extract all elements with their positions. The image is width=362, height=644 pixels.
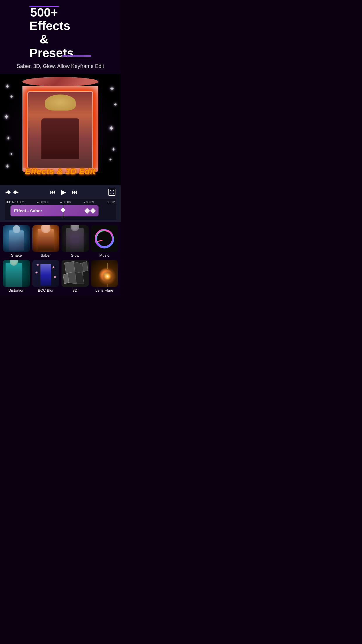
cylinder-body — [22, 86, 98, 168]
bcc-star: ★ — [53, 275, 57, 279]
effect-clip-label: Effect - Saber — [14, 208, 42, 213]
effects-grid: Shake Saber Glow — [0, 222, 121, 296]
effect-thumb-distortion — [3, 260, 30, 287]
effect-item-lens-flare[interactable]: Lens Flare — [91, 260, 118, 293]
subject-glow-effect — [27, 91, 93, 168]
3d-cylinder — [22, 77, 98, 174]
effect-thumb-shake — [3, 225, 30, 252]
star-decoration: ✦ — [109, 157, 112, 162]
subject-photo — [28, 92, 92, 168]
effect-label-music: Music — [99, 253, 109, 258]
clip-diamond-2 — [90, 208, 96, 214]
svg-point-0 — [95, 230, 113, 248]
effect-label-saber: Saber — [41, 253, 51, 258]
keyframe-prev-button[interactable]: ◂ — [5, 190, 11, 194]
star-decoration: ✦ — [108, 124, 115, 133]
lens-flare-svg — [91, 260, 118, 287]
star-decoration: ✦ — [10, 152, 13, 156]
controls-bar: ◂ ▸ ⏮ ▶ ⏭ — [0, 185, 121, 222]
effect-label-glow: Glow — [71, 253, 79, 258]
bcc-star: ★ — [52, 265, 55, 270]
effect-thumb-bcc-blur: ★ ★ ★ ★ — [32, 260, 59, 287]
cylinder-top-image — [22, 77, 98, 86]
glow-person-figure — [66, 228, 84, 252]
timeline-dot — [84, 202, 85, 203]
star-decoration: ✦ — [5, 83, 10, 90]
timeline-bar: 00:02/00:05 00:03 00:06 00:09 00:12 Effe… — [5, 199, 116, 220]
clip-diamond-1 — [84, 208, 90, 214]
effect-clip[interactable]: Effect - Saber — [10, 205, 99, 216]
star-decoration: ✦ — [109, 85, 115, 93]
effect-item-music[interactable]: Music — [91, 225, 118, 258]
title-underline — [62, 55, 91, 57]
effect-thumb-3d — [61, 260, 89, 287]
effect-label-shake: Shake — [11, 253, 22, 258]
effect-thumb-lens-flare — [91, 260, 118, 287]
effect-thumb-saber — [32, 225, 59, 252]
time-06: 00:06 — [60, 200, 71, 204]
time-09: 00:09 — [84, 200, 94, 204]
star-decoration: ✦ — [10, 94, 13, 99]
time-03: 00:03 — [37, 200, 48, 204]
effect-track[interactable]: Effect - Saber — [5, 205, 116, 218]
effect-label-3d: 3D — [73, 288, 78, 293]
bcc-star: ★ — [35, 271, 38, 275]
current-time: 00:02 — [6, 200, 15, 204]
svg-marker-7 — [82, 261, 88, 272]
preview-overlay-text: Effects & 3D Edit — [25, 167, 96, 176]
fullscreen-button[interactable] — [108, 188, 116, 196]
clip-keyframe-diamonds — [85, 209, 95, 213]
effect-item-shake[interactable]: Shake — [3, 225, 30, 258]
header-subtitle: Saber, 3D, Glow. Allow Keyframe Edit — [6, 63, 115, 69]
effect-label-bcc-blur: BCC Blur — [38, 288, 54, 293]
page-title: 500+ Effects & Presets — [6, 6, 115, 60]
shake-person-figure — [9, 230, 24, 251]
timeline-dot — [60, 202, 62, 203]
star-decoration: ✦ — [6, 135, 10, 141]
distortion-person-figure — [6, 263, 22, 287]
bcc-star: ★ — [36, 263, 39, 267]
skip-forward-button[interactable]: ⏭ — [71, 188, 78, 196]
playback-controls: ◂ ▸ ⏮ ▶ ⏭ — [5, 188, 116, 197]
playhead — [63, 205, 63, 218]
cylinder-top — [22, 77, 98, 86]
bcc-tower — [40, 264, 51, 286]
effect-label-distortion: Distortion — [8, 288, 24, 293]
skip-back-button[interactable]: ⏮ — [50, 188, 56, 196]
3d-shards-svg — [61, 260, 89, 287]
star-decoration: ✦ — [111, 146, 116, 153]
effect-item-3d[interactable]: 3D — [61, 260, 89, 293]
effect-thumb-glow — [61, 225, 89, 252]
keyframe-controls: ◂ ▸ — [5, 190, 19, 194]
effect-item-bcc-blur[interactable]: ★ ★ ★ ★ BCC Blur — [32, 260, 59, 293]
svg-line-1 — [97, 240, 102, 242]
expand-svg — [110, 190, 114, 194]
star-decoration: ✦ — [113, 102, 117, 107]
video-preview[interactable]: ✦ ✦ ✦ ✦ ✦ ✦ ✦ ✦ ✦ ✦ ✦ ✦ ✦ — [0, 74, 121, 185]
title-text: 500+ Effects & Presets — [29, 6, 59, 7]
svg-marker-2 — [64, 261, 75, 273]
effect-thumb-music — [91, 225, 118, 252]
effect-label-lens-flare: Lens Flare — [95, 288, 113, 293]
main-playback-controls: ⏮ ▶ ⏭ — [50, 188, 78, 197]
time-12: 00:12 — [107, 200, 115, 204]
svg-marker-5 — [75, 272, 84, 284]
keyframe-next-button[interactable]: ▸ — [13, 190, 19, 194]
diamond-icon-left — [7, 190, 11, 194]
effect-item-glow[interactable]: Glow — [61, 225, 89, 258]
time-labels-row: 00:02/00:05 00:03 00:06 00:09 00:12 — [5, 200, 116, 205]
diamond-icon-right — [13, 190, 17, 194]
star-decoration: ✦ — [5, 163, 10, 170]
expand-icon — [108, 189, 115, 196]
header-section: 500+ Effects & Presets Saber, 3D, Glow. … — [0, 0, 121, 74]
timeline-dot — [37, 202, 38, 203]
time-current: 00:02/00:05 — [6, 200, 24, 204]
saber-person-figure — [38, 229, 54, 251]
music-arc-svg — [91, 225, 118, 252]
effect-item-distortion[interactable]: Distortion — [3, 260, 30, 293]
total-time: 00:05 — [15, 200, 24, 204]
effect-item-saber[interactable]: Saber — [32, 225, 59, 258]
play-button[interactable]: ▶ — [61, 188, 67, 197]
svg-point-8 — [102, 271, 113, 282]
star-decoration: ✦ — [3, 113, 9, 121]
